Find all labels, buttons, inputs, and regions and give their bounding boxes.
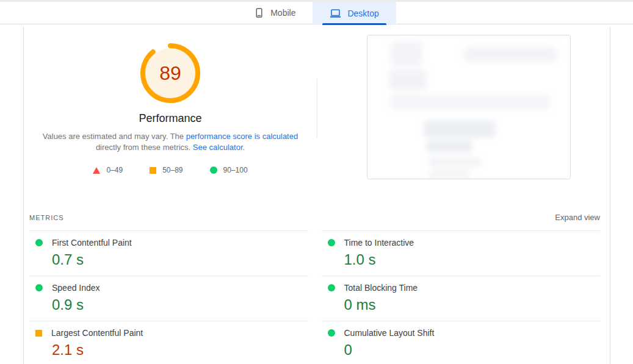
- metric-value: 0 ms: [344, 296, 601, 313]
- metric-name: First Contentful Paint: [52, 238, 132, 248]
- metrics-grid: First Contentful Paint0.7 sTime to Inter…: [29, 230, 600, 364]
- screenshot-blur-blob: [388, 94, 551, 110]
- metric-name: Largest Contentful Paint: [51, 328, 143, 338]
- active-tab-indicator: [322, 23, 386, 25]
- metric-status-icon: [328, 329, 335, 337]
- legend-square-icon: [150, 167, 156, 174]
- metric-row: Cumulative Layout Shift: [328, 327, 601, 339]
- screenshot-blur-blob: [428, 157, 482, 167]
- legend-range-label: 50–89: [162, 166, 183, 174]
- legend-item: 50–89: [150, 166, 183, 174]
- device-tabbar: Mobile Desktop: [0, 2, 633, 24]
- metric-status-icon: [328, 239, 335, 246]
- metrics-header: METRICS Expand view: [29, 205, 600, 230]
- performance-summary-left: 89 Performance Values are estimated and …: [24, 27, 317, 174]
- tab-desktop[interactable]: Desktop: [313, 2, 396, 25]
- see-calculator-link[interactable]: See calculator.: [193, 143, 245, 152]
- metric-row: Total Blocking Time: [328, 282, 601, 294]
- metric-item: Cumulative Layout Shift0: [322, 321, 601, 364]
- metric-name: Total Blocking Time: [344, 283, 418, 293]
- legend-item: 90–100: [210, 166, 248, 174]
- legend-circle-icon: [210, 166, 217, 174]
- screenshot-blur-blob: [426, 140, 472, 153]
- tab-mobile[interactable]: Mobile: [237, 2, 313, 24]
- performance-description: Values are estimated and may vary. The p…: [41, 131, 300, 153]
- metric-value: 1.0 s: [344, 251, 601, 268]
- metric-value: 0: [344, 341, 601, 359]
- tab-desktop-label: Desktop: [347, 9, 378, 18]
- metric-name: Time to Interactive: [344, 238, 414, 248]
- metrics-section-label: METRICS: [29, 214, 64, 221]
- metric-status-icon: [35, 284, 43, 291]
- lighthouse-report-card: 89 Performance Values are estimated and …: [23, 27, 610, 364]
- mobile-icon: [254, 7, 264, 18]
- legend-range-label: 90–100: [223, 166, 248, 174]
- tab-mobile-label: Mobile: [270, 8, 295, 18]
- screenshot-blur-blob: [464, 46, 557, 62]
- performance-score-value: 89: [140, 43, 201, 104]
- metric-name: Cumulative Layout Shift: [344, 328, 435, 338]
- metric-row: Time to Interactive: [328, 237, 601, 249]
- metric-item: Time to Interactive1.0 s: [322, 230, 601, 276]
- final-screenshot-thumbnail[interactable]: [367, 35, 571, 179]
- summary-vertical-divider: [317, 79, 317, 138]
- metric-item: Speed Index0.9 s: [29, 276, 308, 321]
- expand-view-button[interactable]: Expand view: [555, 213, 600, 222]
- legend-triangle-icon: [93, 167, 100, 174]
- screenshot-blur-blob: [428, 171, 471, 179]
- metric-row: Largest Contentful Paint: [35, 327, 308, 339]
- metric-status-icon: [328, 284, 335, 291]
- metric-value: 0.7 s: [52, 251, 308, 268]
- metric-row: Speed Index: [35, 282, 308, 294]
- screenshot-blur-blob: [424, 120, 496, 138]
- score-calculated-link[interactable]: performance score is calculated: [186, 132, 298, 141]
- metric-item: First Contentful Paint0.7 s: [29, 230, 308, 276]
- metric-value: 2.1 s: [52, 341, 308, 359]
- metric-status-icon: [35, 330, 42, 337]
- score-legend: 0–4950–8990–100: [24, 166, 317, 174]
- metric-item: Largest Contentful Paint2.1 s: [29, 321, 308, 364]
- metric-value: 0.9 s: [52, 296, 308, 313]
- metrics-section: METRICS Expand view First Contentful Pai…: [24, 205, 610, 364]
- desc-text-2: directly from these metrics.: [96, 143, 193, 152]
- desc-text-1: Values are estimated and may vary. The: [43, 132, 186, 141]
- metric-row: First Contentful Paint: [35, 237, 308, 249]
- metric-name: Speed Index: [52, 283, 100, 293]
- desktop-icon: [330, 8, 341, 19]
- performance-title: Performance: [24, 112, 317, 125]
- legend-item: 0–49: [93, 166, 123, 174]
- legend-range-label: 0–49: [106, 166, 123, 174]
- screenshot-blur-blob: [391, 41, 422, 66]
- metric-status-icon: [35, 239, 43, 246]
- performance-summary: 89 Performance Values are estimated and …: [24, 27, 610, 205]
- metric-item: Total Blocking Time0 ms: [322, 276, 601, 321]
- screenshot-blur-blob: [388, 70, 427, 90]
- performance-score-gauge[interactable]: 89: [140, 43, 201, 104]
